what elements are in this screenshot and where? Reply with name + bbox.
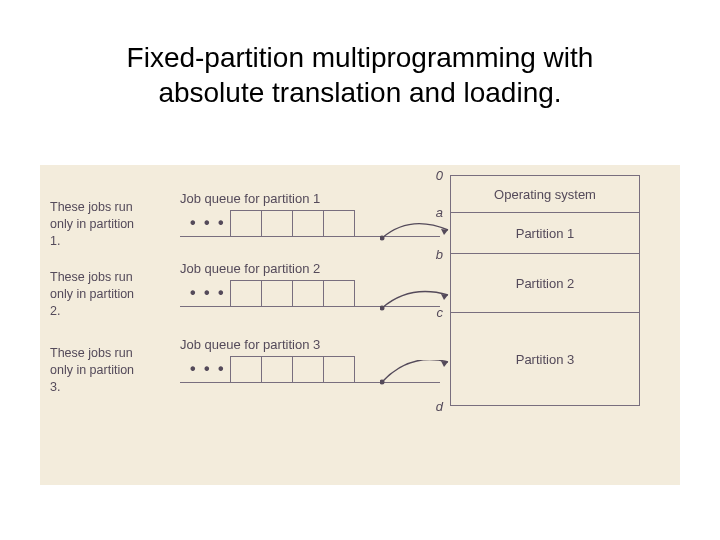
queue-cell bbox=[261, 280, 292, 307]
queue-2-row: • • • bbox=[180, 280, 410, 308]
addr-d: d bbox=[436, 399, 443, 414]
addr-a: a bbox=[436, 205, 443, 220]
addr-c: c bbox=[437, 305, 444, 320]
queue-2-label: Job queue for partition 2 bbox=[180, 261, 410, 276]
note-p3: These jobs run only in partition 3. bbox=[50, 345, 145, 396]
queue-baseline bbox=[180, 236, 440, 237]
memory-os: Operating system bbox=[450, 175, 640, 213]
queue-2: Job queue for partition 2 • • • bbox=[180, 261, 410, 308]
queue-1-label: Job queue for partition 1 bbox=[180, 191, 410, 206]
queue-2-cells bbox=[230, 280, 355, 306]
queue-cell bbox=[292, 210, 323, 237]
addr-0: 0 bbox=[436, 168, 443, 183]
queue-1: Job queue for partition 1 • • • bbox=[180, 191, 410, 238]
memory-p3: Partition 3 bbox=[450, 313, 640, 406]
memory-p2: Partition 2 bbox=[450, 254, 640, 313]
title-line-1: Fixed-partition multiprogramming with bbox=[127, 42, 594, 73]
diagram: Operating system Partition 1 Partition 2… bbox=[40, 165, 680, 485]
queue-cell bbox=[230, 280, 261, 307]
queue-3-cells bbox=[230, 356, 355, 382]
queue-cell bbox=[323, 210, 355, 237]
ellipsis-icon: • • • bbox=[190, 360, 226, 378]
title-line-2: absolute translation and loading. bbox=[158, 77, 561, 108]
ellipsis-icon: • • • bbox=[190, 284, 226, 302]
memory-p1: Partition 1 bbox=[450, 213, 640, 254]
queue-cell bbox=[292, 356, 323, 383]
queue-cell bbox=[230, 356, 261, 383]
queue-3-row: • • • bbox=[180, 356, 410, 384]
queue-cell bbox=[323, 280, 355, 307]
ellipsis-icon: • • • bbox=[190, 214, 226, 232]
queue-3-label: Job queue for partition 3 bbox=[180, 337, 410, 352]
note-p1: These jobs run only in partition 1. bbox=[50, 199, 145, 250]
slide: Fixed-partition multiprogramming with ab… bbox=[0, 0, 720, 540]
queue-cell bbox=[230, 210, 261, 237]
addr-b: b bbox=[436, 247, 443, 262]
queue-cell bbox=[292, 280, 323, 307]
queue-3: Job queue for partition 3 • • • bbox=[180, 337, 410, 384]
queue-baseline bbox=[180, 306, 440, 307]
note-p2: These jobs run only in partition 2. bbox=[50, 269, 145, 320]
queue-cell bbox=[323, 356, 355, 383]
queue-baseline bbox=[180, 382, 440, 383]
page-title: Fixed-partition multiprogramming with ab… bbox=[0, 40, 720, 110]
queue-1-cells bbox=[230, 210, 355, 236]
memory-column: Operating system Partition 1 Partition 2… bbox=[450, 175, 640, 406]
queue-cell bbox=[261, 356, 292, 383]
queue-1-row: • • • bbox=[180, 210, 410, 238]
queue-cell bbox=[261, 210, 292, 237]
